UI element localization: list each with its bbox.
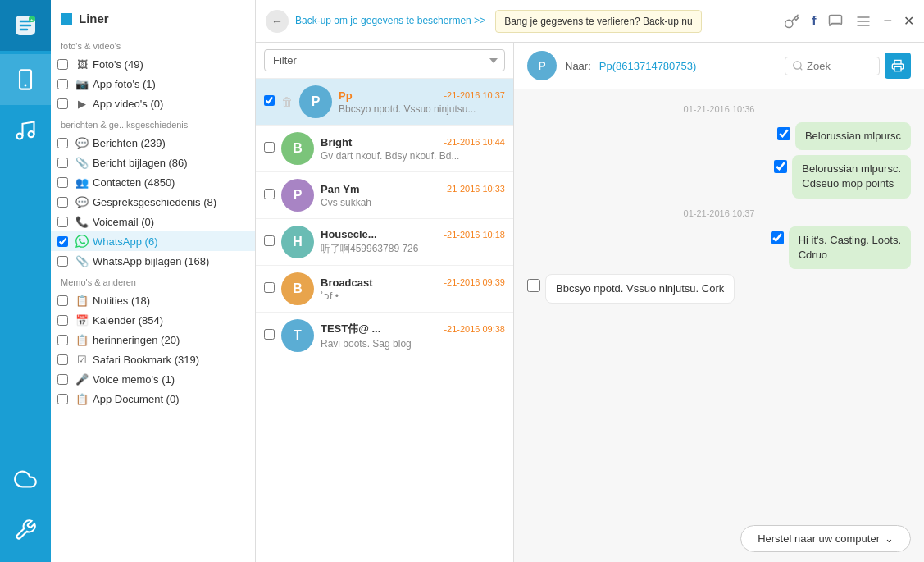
nav-label-berichten: Berichten (239) [93, 137, 245, 149]
nav-item-gesprek[interactable]: 💬 Gespreksgeschiedenis (8) [51, 192, 255, 212]
nav-item-whatsapp[interactable]: WhatsApp (6) [51, 231, 255, 251]
svg-point-15 [794, 62, 801, 69]
key-icon[interactable] [784, 13, 800, 30]
nav-item-berichtbijlagen[interactable]: 📎 Bericht bijlagen (86) [51, 153, 255, 172]
chat-header-avatar: P [527, 51, 557, 80]
nav-item-fotos[interactable]: 🖼 Foto's (49) [51, 54, 255, 74]
nav-checkbox-kalender[interactable] [57, 315, 68, 326]
chat-messages: 01-21-2016 10:36Belorussian mlpurscBelor… [514, 89, 924, 515]
message-avatar: P [281, 179, 314, 212]
message-checkbox[interactable] [264, 328, 275, 343]
message-date: -21-2016 09:39 [444, 277, 505, 287]
message-checkbox[interactable] [264, 235, 275, 249]
chat-message-row: Belorussian mlpursc. Cdseuo mop points [527, 155, 911, 198]
nav-label-safari: Safari Bookmark (319) [93, 354, 245, 366]
chat-message-row: Bbcsyo npotd. Vssuo ninjutsu. Cork [527, 274, 911, 304]
nav-item-appvideos[interactable]: ▶ App video's (0) [51, 94, 255, 113]
nav-checkbox-notities[interactable] [57, 295, 68, 306]
filter-select[interactable]: Filter [264, 49, 505, 71]
menu-icon[interactable] [855, 13, 872, 30]
restore-arrow-icon: ⌄ [885, 532, 894, 545]
dialog-icon[interactable] [827, 13, 844, 30]
nav-item-appdoc[interactable]: 📋 App Document (0) [51, 389, 255, 409]
chat-footer: Herstel naar uw computer ⌄ [514, 515, 924, 562]
nav-checkbox-fotos[interactable] [57, 59, 68, 70]
nav-item-contacten[interactable]: 👥 Contacten (4850) [51, 172, 255, 192]
nav-checkbox-whatsapp[interactable] [57, 236, 68, 247]
chat-header-contact: Pp(8613714780753) [599, 60, 697, 72]
restore-button[interactable]: Herstel naar uw computer ⌄ [740, 525, 911, 552]
message-name: Broadcast [321, 276, 373, 289]
svg-rect-16 [894, 66, 901, 71]
nav-label-herinneringen: herinneringen (20) [93, 334, 245, 346]
message-list: 🗑 P Pp -21-2016 10:37 Bbcsyo npotd. Vssu… [256, 79, 513, 562]
nav-item-voicemail[interactable]: 📞 Voicemail (0) [51, 212, 255, 231]
message-item[interactable]: 🗑 P Pp -21-2016 10:37 Bbcsyo npotd. Vssu… [256, 79, 513, 126]
tooltip-bubble: Bang je gegevens te verlieren? Back-up n… [495, 10, 701, 33]
message-checkbox[interactable] [264, 188, 275, 203]
nav-label-notities: Notities (18) [93, 295, 245, 307]
delete-icon[interactable]: 🗑 [281, 95, 293, 108]
nav-checkbox-appfotos[interactable] [57, 79, 68, 89]
nav-checkbox-berichten[interactable] [57, 138, 68, 148]
svg-point-10 [785, 20, 793, 27]
nav-panel-title: Liner [79, 11, 109, 25]
back-button[interactable]: ← [266, 10, 289, 33]
message-avatar: H [281, 226, 314, 258]
music-nav-icon[interactable] [0, 105, 51, 156]
nav-checkbox-appdoc[interactable] [57, 394, 68, 404]
app-logo: + [0, 0, 51, 51]
message-item[interactable]: B Broadcast -21-2016 09:39 ʾɔf • [256, 266, 513, 313]
message-name: TEST伟@ ... [321, 322, 380, 336]
nav-item-herinneringen[interactable]: 📋 herinneringen (20) [51, 330, 255, 350]
bubble-text: Belorussian mlpursc [805, 130, 901, 142]
message-date: -21-2016 10:44 [444, 137, 505, 147]
close-button[interactable]: ✕ [904, 13, 914, 29]
nav-checkbox-contacten[interactable] [57, 177, 68, 188]
nav-checkbox-berichtbijlagen[interactable] [57, 158, 68, 168]
nav-item-appfotos[interactable]: 📷 App foto's (1) [51, 74, 255, 94]
backup-link[interactable]: Back-up om je gegevens te beschermen >> [295, 15, 485, 28]
whatsapp-icon [75, 234, 89, 249]
svg-point-8 [17, 134, 23, 139]
nav-item-safari[interactable]: ☑ Safari Bookmark (319) [51, 350, 255, 369]
message-date: -21-2016 10:37 [444, 90, 505, 100]
search-input[interactable] [807, 60, 872, 72]
nav-checkbox-whatsappbijlagen[interactable] [57, 256, 68, 267]
nav-item-notities[interactable]: 📋 Notities (18) [51, 290, 255, 310]
nav-label-kalender: Kalender (854) [93, 314, 245, 327]
nav-checkbox-gesprek[interactable] [57, 197, 68, 208]
minimize-button[interactable]: − [883, 12, 892, 30]
message-item[interactable]: H Housecle... -21-2016 10:18 听了啊45996378… [256, 219, 513, 266]
chat-message-checkbox[interactable] [777, 127, 790, 140]
message-item[interactable]: B Bright -21-2016 10:44 Gv dart nkouf. B… [256, 126, 513, 172]
message-header: Pp -21-2016 10:37 [339, 89, 505, 102]
message-checkbox[interactable] [264, 281, 275, 296]
print-button[interactable] [885, 53, 911, 79]
message-item[interactable]: P Pan Ym -21-2016 10:33 Cvs sukkah [256, 172, 513, 219]
message-checkbox[interactable] [264, 141, 275, 156]
message-checkbox[interactable] [264, 94, 275, 109]
facebook-icon[interactable]: f [812, 14, 816, 29]
nav-item-berichten[interactable]: 💬 Berichten (239) [51, 133, 255, 153]
chat-message-checkbox[interactable] [771, 231, 784, 244]
message-body: Broadcast -21-2016 09:39 ʾɔf • [321, 276, 505, 302]
message-date: -21-2016 10:18 [444, 230, 505, 240]
nav-item-whatsappbijlagen[interactable]: 📎 WhatsApp bijlagen (168) [51, 251, 255, 271]
message-item[interactable]: T TEST伟@ ... -21-2016 09:38 Ravi boots. … [256, 313, 513, 359]
nav-checkbox-voicemail[interactable] [57, 217, 68, 227]
nav-item-kalender[interactable]: 📅 Kalender (854) [51, 310, 255, 330]
chat-message-checkbox[interactable] [527, 279, 540, 292]
cloud-nav-icon[interactable] [0, 454, 51, 505]
chat-message-checkbox[interactable] [774, 160, 787, 173]
nav-item-voicememo[interactable]: 🎤 Voice memo's (1) [51, 369, 255, 389]
nav-checkbox-herinneringen[interactable] [57, 335, 68, 345]
nav-panel: Liner foto's & video's 🖼 Foto's (49) 📷 A… [51, 0, 256, 562]
message-avatar: B [281, 132, 314, 165]
tools-nav-icon[interactable] [0, 505, 51, 555]
nav-checkbox-safari[interactable] [57, 354, 68, 365]
nav-checkbox-appvideos[interactable] [57, 98, 68, 109]
phone-nav-icon[interactable] [0, 54, 51, 105]
nav-checkbox-voicememo[interactable] [57, 374, 68, 385]
icon-bar: + [0, 0, 51, 562]
